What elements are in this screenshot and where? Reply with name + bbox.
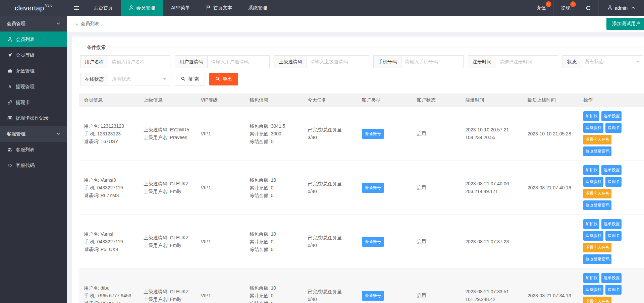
withdraw-card-button[interactable]: 提现卡: [605, 231, 622, 241]
table-row[interactable]: 用户名: Vamsl手 机: 0433227119邀请码: P5LCX8上级邀请…: [79, 215, 644, 269]
sidebar-group-member-management[interactable]: 会员管理: [0, 16, 67, 32]
column-header: 注册时间: [460, 94, 522, 107]
sidebar-item-label: 客服列表: [16, 147, 35, 153]
parent-invite-code-field[interactable]: [307, 55, 369, 68]
text-line: 0/40: [308, 296, 352, 303]
field-label: 状态: [562, 55, 581, 68]
sidebar-item-recharge-management[interactable]: 充值管理: [0, 63, 67, 79]
wallet-info-cell: 钱包余额: 10累计充值: 0冻结金额: 0: [250, 284, 298, 303]
quick-link-withdraw[interactable]: 提现1: [553, 0, 578, 16]
refresh-button[interactable]: [578, 0, 598, 16]
text-line: 钱包余额: 10: [250, 284, 298, 292]
online-status-select[interactable]: 所有状态: [108, 73, 170, 85]
search-row-1: 用户名称用户邀请码上级邀请码手机号码注册时间状态所有状态: [80, 55, 643, 68]
table-row[interactable]: 用户名: Vamsi3手 机: 0433227119邀请码: RL7YM3上级邀…: [79, 161, 644, 215]
basic-info-button[interactable]: 基础资料: [583, 285, 603, 295]
quick-link-label: 充值: [537, 5, 546, 11]
adjust-balance-button[interactable]: 加扣款: [583, 165, 599, 175]
reset-today-tasks-button[interactable]: 重置今天任务: [583, 189, 611, 198]
text-line: 已完成/总任务量: [308, 126, 352, 134]
nav-item-app-menu[interactable]: APP菜单: [163, 0, 198, 16]
member-info-cell: 用户名: 123123123手 机: 123123123邀请码: T67USY: [84, 122, 134, 145]
status-select[interactable]: 所有状态: [581, 55, 643, 68]
sidebar-item-service-list[interactable]: 客服列表: [0, 142, 67, 158]
plane-icon: [7, 53, 12, 58]
account-status-cell: 启用: [412, 269, 460, 303]
account-status-cell: 启用: [412, 107, 460, 161]
nav-item-system-management[interactable]: 系统管理: [240, 0, 275, 16]
row-actions: 加扣款连单设置基础资料提现卡重置今天任务修改登录密码: [583, 111, 639, 156]
combo-order-settings-button[interactable]: 连单设置: [601, 219, 622, 229]
basic-info-button[interactable]: 基础资料: [583, 123, 603, 133]
basic-info-button[interactable]: 基础资料: [583, 231, 603, 241]
nav-item-dashboard[interactable]: 后台首页: [86, 0, 121, 16]
withdraw-card-button[interactable]: 提现卡: [605, 285, 622, 295]
wallet-info-cell: 钱包余额: 10累计充值: 0冻结金额: 0: [250, 230, 298, 253]
combo-order-settings-button[interactable]: 连单设置: [601, 165, 622, 175]
text-line: 2023-08-21 07:37:23: [465, 238, 517, 246]
vip-level-cell: VIP1: [196, 161, 245, 215]
change-password-button[interactable]: 修改登录密码: [583, 146, 611, 156]
change-password-button[interactable]: 修改登录密码: [583, 254, 611, 264]
topbar-right: 充值0提现1 admin: [529, 0, 644, 16]
sidebar-item-member-list[interactable]: 会员列表: [0, 32, 67, 47]
search-field-parent-invite-code-field: 上级邀请码: [274, 55, 369, 68]
combo-order-settings-button[interactable]: 连单设置: [601, 111, 622, 121]
withdraw-card-button[interactable]: 提现卡: [605, 177, 622, 187]
quick-link-recharge[interactable]: 充值0: [529, 0, 553, 16]
column-header: 上级信息: [139, 94, 196, 107]
table-row[interactable]: 用户名: 123123123手 机: 123123123邀请码: T67USY上…: [79, 107, 644, 161]
adjust-balance-button[interactable]: 加扣款: [583, 273, 599, 283]
search-button[interactable]: 搜 索: [175, 73, 205, 85]
nav-item-label: 后台首页: [94, 5, 113, 11]
adjust-balance-button[interactable]: 加扣款: [583, 111, 599, 121]
sidebar-toggle-icon[interactable]: [67, 0, 86, 16]
nav-item-home-text[interactable]: 首页文本: [198, 0, 240, 16]
reset-today-tasks-button[interactable]: 重置今天任务: [583, 243, 611, 252]
text-line: 用户名: dibu: [84, 284, 134, 292]
user-invite-code-field[interactable]: [207, 55, 270, 68]
search-row-2: 在线状态所有状态搜 索导出: [80, 73, 643, 85]
reset-today-tasks-button[interactable]: 重置今天任务: [583, 135, 611, 144]
account-type-badge: 普通账号: [362, 291, 384, 301]
top-navbar: clevertap V3.0 后台首页会员管理APP菜单首页文本系统管理 充值0…: [0, 0, 644, 16]
export-button[interactable]: 导出: [209, 73, 238, 85]
sidebar-item-withdraw-card-log[interactable]: 提现卡操作记录: [0, 110, 67, 126]
code-icon: [7, 163, 12, 168]
reset-today-tasks-button[interactable]: 重置今天任务: [583, 297, 611, 303]
flag-icon: [206, 5, 211, 11]
last-online-cell: 2023-08-21 07:40:16: [523, 161, 579, 215]
sidebar-item-member-level[interactable]: 会员等级: [0, 47, 67, 63]
svg-text:฿: ฿: [8, 84, 11, 89]
column-header: 最后上线时间: [523, 94, 579, 107]
sidebar-item-label: 提现卡操作记录: [16, 115, 49, 121]
phone-field[interactable]: [401, 55, 464, 68]
table-row[interactable]: 用户名: dibu手 机: +965 6777 9453邀请码: NC2HEG上…: [79, 269, 644, 303]
column-header: VIP等级: [196, 94, 245, 107]
text-line: 2023-08-21 07:33:51: [465, 288, 517, 296]
user-menu[interactable]: admin: [598, 0, 644, 16]
text-line: 累计充值: 0: [250, 184, 298, 192]
nav-item-member-management[interactable]: 会员管理: [121, 0, 163, 16]
text-line: 钱包余额: 10: [250, 230, 298, 238]
sidebar-item-label: 会员列表: [16, 37, 35, 43]
combo-order-settings-button[interactable]: 连单设置: [601, 273, 622, 283]
register-time-field[interactable]: [496, 55, 558, 68]
add-test-user-button[interactable]: 添加测试用户: [606, 18, 644, 30]
change-password-button[interactable]: 修改登录密码: [583, 200, 611, 210]
basic-info-button[interactable]: 基础资料: [583, 177, 603, 187]
adjust-balance-button[interactable]: 加扣款: [583, 219, 599, 229]
text-line: 用户名: Vamsl: [84, 230, 134, 238]
account-type-badge: 普通账号: [362, 183, 384, 193]
text-line: 上级用户名: Praveen: [144, 134, 191, 141]
sidebar-item-service-code[interactable]: 客服代码: [0, 158, 67, 173]
text-line: 手 机: 0433227119: [84, 238, 134, 246]
sidebar-group-service-management[interactable]: 客服管理: [0, 126, 67, 142]
text-line: 累计充值: 0: [250, 292, 298, 300]
app-logo[interactable]: clevertap V3.0: [0, 0, 67, 16]
search-field-phone-field: 手机号码: [373, 55, 464, 68]
withdraw-card-button[interactable]: 提现卡: [605, 123, 622, 133]
sidebar-item-withdraw-card[interactable]: 提现卡: [0, 95, 67, 110]
sidebar-item-withdraw-management[interactable]: ฿提现管理: [0, 79, 67, 95]
username-field[interactable]: [108, 55, 170, 68]
